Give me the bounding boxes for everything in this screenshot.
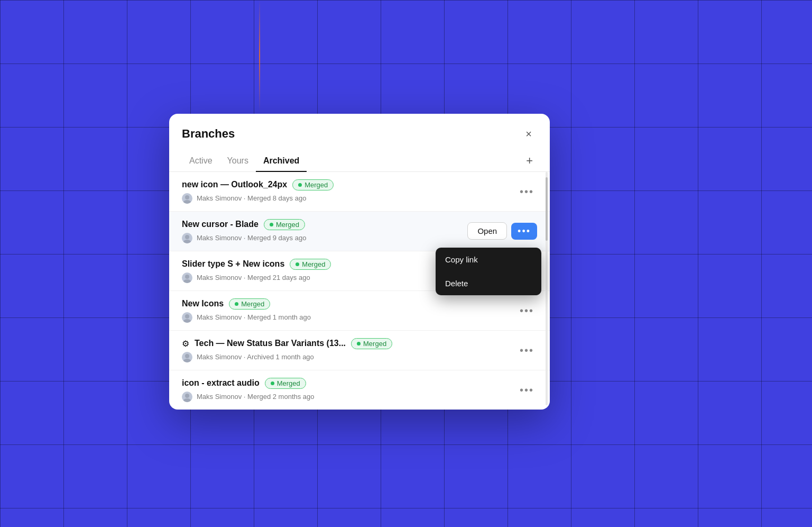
branch-info: New cursor - Blade Merged Maks Simonov ·… <box>182 219 467 243</box>
svg-point-5 <box>183 279 191 283</box>
merged-label: Merged <box>302 260 325 268</box>
branch-info: New Icons Merged Maks Simonov · Merged 1… <box>182 298 516 323</box>
svg-point-8 <box>185 354 189 358</box>
more-options-button[interactable]: ••• <box>516 383 537 397</box>
branch-item: icon - extract audio Merged Maks Simonov… <box>169 370 550 410</box>
merged-label: Merged <box>363 340 386 348</box>
more-options-button[interactable]: ••• <box>516 184 537 199</box>
svg-point-4 <box>185 275 189 279</box>
merged-dot <box>357 342 361 346</box>
svg-point-0 <box>185 195 189 199</box>
merged-badge: Merged <box>265 378 306 389</box>
tab-archived[interactable]: Archived <box>256 151 307 172</box>
branch-meta: Maks Simonov · Merged 9 days ago <box>182 233 467 243</box>
branch-author-meta: Maks Simonov · Merged 21 days ago <box>197 274 310 281</box>
svg-point-2 <box>185 235 189 239</box>
svg-point-7 <box>183 319 191 323</box>
delete-label: Delete <box>445 279 468 288</box>
branch-item: New Icons Merged Maks Simonov · Merged 1… <box>169 291 550 331</box>
branch-name-row: new icon — Outlook_24px Merged <box>182 179 516 190</box>
copy-link-item[interactable]: Copy link <box>436 248 541 271</box>
background-line <box>259 0 260 111</box>
branch-actions: Open ••• Copy link Delete <box>467 222 537 240</box>
delete-item[interactable]: Delete <box>436 271 541 295</box>
merged-badge: Merged <box>292 179 334 190</box>
branch-name: Slider type S + New icons <box>182 259 284 269</box>
svg-point-6 <box>185 314 189 319</box>
merged-label: Merged <box>276 221 299 229</box>
branch-name: New cursor - Blade <box>182 220 259 229</box>
branch-item: new icon — Outlook_24px Merged Maks Simo… <box>169 172 550 212</box>
scroll-thumb[interactable] <box>546 177 548 241</box>
branches-modal: Branches × Active Yours Archived + new i… <box>169 114 550 410</box>
branch-author-meta: Maks Simonov · Merged 9 days ago <box>197 234 306 242</box>
branch-name-row: New cursor - Blade Merged <box>182 219 467 230</box>
branch-meta: Maks Simonov · Merged 2 months ago <box>182 392 516 402</box>
svg-point-9 <box>183 359 191 362</box>
branch-author-meta: Maks Simonov · Merged 2 months ago <box>197 393 315 401</box>
avatar <box>182 193 192 204</box>
branch-author-meta: Maks Simonov · Archived 1 month ago <box>197 353 314 361</box>
branch-meta: Maks Simonov · Merged 1 month ago <box>182 312 516 323</box>
copy-link-label: Copy link <box>445 255 478 264</box>
merged-dot <box>271 381 274 385</box>
branch-name-row: icon - extract audio Merged <box>182 378 516 389</box>
more-options-active-button[interactable]: ••• <box>511 223 537 240</box>
branch-name-row: ⚙ Tech — New Status Bar Variants (13... … <box>182 338 516 349</box>
tab-active[interactable]: Active <box>182 151 220 172</box>
tab-yours[interactable]: Yours <box>220 151 256 172</box>
branch-info: ⚙ Tech — New Status Bar Variants (13... … <box>182 338 516 362</box>
branch-author-meta: Maks Simonov · Merged 1 month ago <box>197 313 311 321</box>
branch-meta: Maks Simonov · Merged 8 days ago <box>182 193 516 204</box>
avatar <box>182 312 192 323</box>
branch-item: New cursor - Blade Merged Maks Simonov ·… <box>169 212 550 251</box>
branch-author-meta: Maks Simonov · Merged 8 days ago <box>197 194 306 202</box>
merged-badge: Merged <box>290 259 331 270</box>
branch-list: new icon — Outlook_24px Merged Maks Simo… <box>169 172 550 410</box>
branch-item: ⚙ Tech — New Status Bar Variants (13... … <box>169 331 550 370</box>
modal-header: Branches × <box>169 114 550 151</box>
svg-point-10 <box>185 394 189 398</box>
modal-title: Branches <box>182 127 235 141</box>
svg-point-1 <box>183 200 191 204</box>
merged-badge: Merged <box>264 219 305 230</box>
more-options-button[interactable]: ••• <box>516 343 537 358</box>
avatar <box>182 272 192 283</box>
dropdown-menu: Copy link Delete <box>436 248 541 295</box>
merged-badge: Merged <box>351 338 392 349</box>
more-options-button[interactable]: ••• <box>516 303 537 318</box>
merged-dot <box>235 302 238 306</box>
merged-dot <box>296 262 299 266</box>
branch-name-row: New Icons Merged <box>182 298 516 310</box>
branch-name: New Icons <box>182 299 224 308</box>
branch-name: icon - extract audio <box>182 378 260 388</box>
open-branch-button[interactable]: Open <box>467 222 507 240</box>
merged-dot <box>270 223 273 226</box>
avatar <box>182 392 192 402</box>
branch-info: new icon — Outlook_24px Merged Maks Simo… <box>182 179 516 204</box>
branch-name: Tech — New Status Bar Variants (13... <box>195 339 346 348</box>
avatar <box>182 233 192 243</box>
add-branch-button[interactable]: + <box>522 153 537 169</box>
branch-name: new icon — Outlook_24px <box>182 180 287 189</box>
branch-info: icon - extract audio Merged Maks Simonov… <box>182 378 516 402</box>
close-button[interactable]: × <box>520 125 537 142</box>
merged-label: Merged <box>241 300 264 308</box>
dropdown-arrow <box>524 248 533 248</box>
avatar <box>182 352 192 362</box>
branch-meta: Maks Simonov · Archived 1 month ago <box>182 352 516 362</box>
merged-label: Merged <box>304 181 328 189</box>
tab-bar: Active Yours Archived + <box>169 151 550 172</box>
merged-badge: Merged <box>229 298 270 310</box>
svg-point-11 <box>183 398 191 402</box>
gear-icon: ⚙ <box>182 339 189 349</box>
scroll-track <box>546 172 548 405</box>
merged-label: Merged <box>277 379 300 387</box>
svg-point-3 <box>183 240 191 243</box>
merged-dot <box>298 183 302 187</box>
